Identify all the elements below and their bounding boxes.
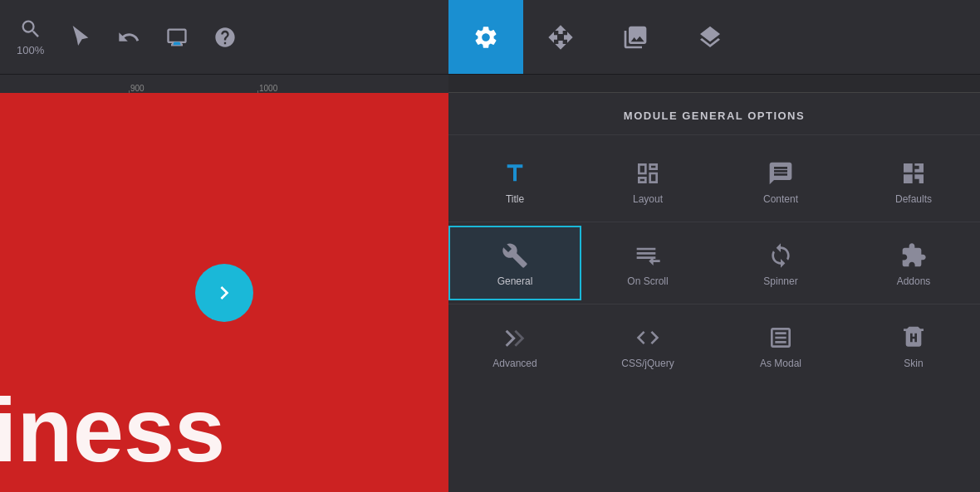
undo-icon [117,26,140,49]
monitor-button[interactable] [165,26,189,49]
module-skin-label: Skin [904,358,923,369]
module-defaults[interactable]: Defaults [847,144,980,218]
module-as-modal-label: As Modal [760,358,801,369]
code-icon [635,324,661,351]
module-addons[interactable]: Addons [847,226,980,300]
svg-marker-1 [174,41,181,45]
module-on-scroll-label: On Scroll [627,275,668,287]
module-addons-label: Addons [897,275,931,287]
module-general-label: General [497,275,533,287]
skin-icon [900,324,927,351]
module-as-modal[interactable]: As Modal [714,308,847,382]
toolbar-right [448,0,980,74]
panel-header: MODULE GENERAL OPTIONS [448,93,980,135]
module-content-label: Content [763,193,798,205]
module-title-label: Title [506,193,524,205]
grid-divider-2 [448,304,980,304]
panel-title: MODULE GENERAL OPTIONS [624,110,805,122]
module-content[interactable]: Content [714,144,847,218]
modal-icon [767,324,794,351]
module-title[interactable]: Title [448,144,581,218]
module-advanced[interactable]: Advanced [448,308,581,382]
wrench-icon [502,242,528,269]
defaults-icon [900,160,927,187]
canvas-area: iness [0,93,448,492]
module-layout-label: Layout [633,193,663,205]
grid-divider-1 [448,222,980,222]
zoom-label: 100% [17,44,44,56]
help-button[interactable] [213,26,237,49]
module-advanced-label: Advanced [492,358,537,369]
layers-icon [697,24,723,51]
cursor-button[interactable] [69,26,92,49]
media-icon [622,24,649,51]
module-defaults-label: Defaults [895,193,932,205]
spinner-icon [767,242,794,269]
tab-media[interactable] [598,0,673,74]
ruler-mark-900: 900 [129,84,145,93]
cursor-icon [69,26,92,49]
nav-arrow-button[interactable] [195,264,253,322]
ruler-canvas: 900 1000 [0,75,448,93]
help-icon [213,26,237,49]
module-spinner-label: Spinner [763,275,797,287]
canvas-text: iness [0,384,225,475]
content-icon [767,160,794,187]
puzzle-icon [900,242,927,269]
module-general[interactable]: General [448,226,581,300]
module-skin[interactable]: Skin [847,308,980,382]
module-css-jquery[interactable]: CSS/jQuery [581,308,714,382]
module-css-jquery-label: CSS/jQuery [621,358,674,369]
options-panel: MODULE GENERAL OPTIONS Title Layout [448,93,980,492]
module-on-scroll[interactable]: On Scroll [581,226,714,300]
zoom-search-button[interactable]: 100% [17,17,44,56]
title-icon [502,160,528,187]
main-content: iness MODULE GENERAL OPTIONS Title Layou… [0,93,980,492]
toolbar: 100% [0,0,980,75]
module-layout[interactable]: Layout [581,144,714,218]
tab-settings[interactable] [448,0,523,74]
on-scroll-icon [635,242,661,269]
ruler-bar: 900 1000 [0,75,980,93]
advanced-icon [502,324,528,351]
search-icon [19,17,42,41]
monitor-icon [165,26,189,49]
toolbar-left: 100% [0,17,448,56]
module-grid: Title Layout Content De [448,135,980,391]
ruler-mark-1000: 1000 [257,84,277,93]
undo-button[interactable] [117,26,140,49]
arrow-right-icon [211,280,238,306]
tab-move[interactable] [523,0,598,74]
move-icon [547,24,574,51]
settings-icon [473,24,499,51]
module-spinner[interactable]: Spinner [714,226,847,300]
layout-icon [635,160,661,187]
tab-layers[interactable] [673,0,747,74]
